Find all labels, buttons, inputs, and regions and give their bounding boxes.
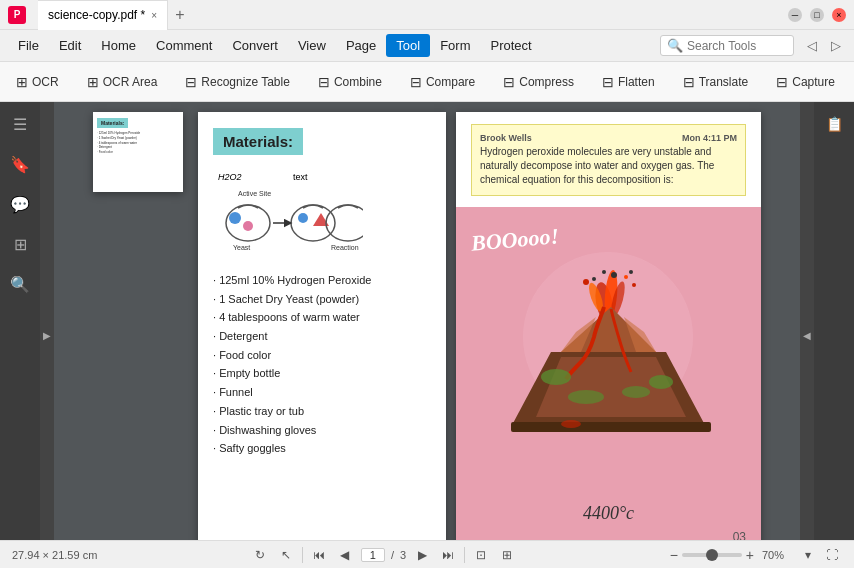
document-dimensions: 27.94 × 21.59 cm — [12, 549, 97, 561]
forward-button[interactable]: ▷ — [826, 36, 846, 56]
menu-comment[interactable]: Comment — [146, 34, 222, 57]
annotation-box[interactable]: Brook Wells Mon 4:11 PM Hydrogen peroxid… — [471, 124, 746, 196]
svg-point-33 — [622, 386, 650, 398]
zoom-out-button[interactable]: − — [670, 547, 678, 563]
tab-label: science-copy.pdf * — [48, 8, 145, 22]
menu-edit[interactable]: Edit — [49, 34, 91, 57]
document-tab[interactable]: science-copy.pdf * × — [38, 0, 168, 30]
annotation-author-name: Brook Wells — [480, 133, 532, 143]
ocr-area-button[interactable]: ⊞ OCR Area — [79, 70, 166, 94]
svg-point-4 — [229, 212, 241, 224]
page-number-input[interactable] — [361, 548, 385, 562]
zoom-in-button[interactable]: + — [746, 547, 754, 563]
capture-icon: ⊟ — [776, 74, 788, 90]
list-item: Detergent — [213, 327, 431, 346]
sidebar-comment-icon[interactable]: 💬 — [6, 190, 34, 218]
left-collapse-handle[interactable]: ▶ — [40, 102, 54, 568]
title-bar: P science-copy.pdf * × + ─ □ × — [0, 0, 854, 30]
page-separator: / — [391, 549, 394, 561]
fit-width-button[interactable]: ⊞ — [497, 545, 517, 565]
menu-tool[interactable]: Tool — [386, 34, 430, 57]
compare-button[interactable]: ⊟ Compare — [402, 70, 483, 94]
sidebar-pages-icon[interactable]: ⊞ — [6, 230, 34, 258]
next-page-button[interactable]: ▶ — [412, 545, 432, 565]
fullscreen-button[interactable]: ⛶ — [822, 545, 842, 565]
list-item: Funnel — [213, 383, 431, 402]
flatten-button[interactable]: ⊟ Flatten — [594, 70, 663, 94]
svg-text:H2O2: H2O2 — [218, 172, 242, 182]
list-item: 125ml 10% Hydrogen Peroxide — [213, 271, 431, 290]
materials-header: Materials: — [213, 128, 303, 155]
menu-protect[interactable]: Protect — [480, 34, 541, 57]
menu-file[interactable]: File — [8, 34, 49, 57]
translate-icon: ⊟ — [683, 74, 695, 90]
menu-home[interactable]: Home — [91, 34, 146, 57]
back-button[interactable]: ◁ — [802, 36, 822, 56]
menu-bar: File Edit Home Comment Convert View Page… — [0, 30, 854, 62]
svg-point-30 — [541, 369, 571, 385]
first-page-button[interactable]: ⏮ — [309, 545, 329, 565]
zoom-thumb — [706, 549, 718, 561]
zoom-controls: − + 70% ▾ ⛶ — [670, 545, 842, 565]
zoom-slider[interactable] — [682, 553, 742, 557]
toolbar: ⊞ OCR ⊞ OCR Area ⊟ Recognize Table ⊟ Com… — [0, 62, 854, 102]
svg-text:Active Site: Active Site — [238, 190, 271, 197]
translate-button[interactable]: ⊟ Translate — [675, 70, 757, 94]
list-item: Empty bottle — [213, 364, 431, 383]
rotate-tool-button[interactable]: ↻ — [250, 545, 270, 565]
annotation-time: Mon 4:11 PM — [682, 133, 737, 143]
svg-point-7 — [298, 213, 308, 223]
combine-button[interactable]: ⊟ Combine — [310, 70, 390, 94]
recognize-table-button[interactable]: ⊟ Recognize Table — [177, 70, 298, 94]
prev-page-button[interactable]: ◀ — [335, 545, 355, 565]
menu-page[interactable]: Page — [336, 34, 386, 57]
capture-button[interactable]: ⊟ Capture — [768, 70, 843, 94]
svg-point-32 — [568, 390, 604, 404]
temperature-text: 4400°c — [583, 503, 634, 524]
tab-area: science-copy.pdf * × + — [38, 0, 192, 30]
sidebar-bookmark-icon[interactable]: 🔖 — [6, 150, 34, 178]
menu-convert[interactable]: Convert — [222, 34, 288, 57]
tab-close-button[interactable]: × — [151, 10, 157, 21]
title-bar-left: P science-copy.pdf * × + — [8, 0, 192, 30]
annotation-header: Brook Wells Mon 4:11 PM — [480, 133, 737, 143]
close-button[interactable]: × — [832, 8, 846, 22]
ocr-button[interactable]: ⊞ OCR — [8, 70, 67, 94]
svg-point-35 — [561, 420, 581, 428]
annotation-text: Hydrogen peroxide molecules are very uns… — [480, 145, 737, 187]
yeast-diagram: H2O2 text Active Site — [213, 168, 363, 263]
fit-page-button[interactable]: ⊡ — [471, 545, 491, 565]
zoom-dropdown-button[interactable]: ▾ — [798, 545, 818, 565]
list-item: Plastic tray or tub — [213, 402, 431, 421]
svg-point-21 — [611, 272, 617, 278]
cursor-tool-button[interactable]: ↖ — [276, 545, 296, 565]
right-sidebar: 📋 — [814, 102, 854, 568]
sidebar-menu-icon[interactable]: ☰ — [6, 110, 34, 138]
compress-icon: ⊟ — [503, 74, 515, 90]
right-collapse-handle[interactable]: ◀ — [800, 102, 814, 568]
list-item: 1 Sachet Dry Yeast (powder) — [213, 290, 431, 309]
svg-point-10 — [326, 205, 363, 241]
menu-form[interactable]: Form — [430, 34, 480, 57]
volcano-area: BOOooo! — [456, 207, 761, 552]
right-sidebar-icon[interactable]: 📋 — [820, 110, 848, 138]
pdf-page-left: Materials: H2O2 text Active Site — [198, 112, 446, 552]
maximize-button[interactable]: □ — [810, 8, 824, 22]
svg-point-20 — [602, 270, 606, 274]
last-page-button[interactable]: ⏭ — [438, 545, 458, 565]
new-tab-button[interactable]: + — [168, 3, 192, 27]
sidebar-search-icon[interactable]: 🔍 — [6, 270, 34, 298]
svg-point-5 — [243, 221, 253, 231]
left-sidebar: ☰ 🔖 💬 ⊞ 🔍 — [0, 102, 40, 568]
compress-button[interactable]: ⊟ Compress — [495, 70, 582, 94]
svg-text:text: text — [293, 172, 308, 182]
minimize-button[interactable]: ─ — [788, 8, 802, 22]
svg-text:Yeast: Yeast — [233, 244, 250, 251]
navigation-controls: ↻ ↖ ⏮ ◀ / 3 ▶ ⏭ ⊡ ⊞ — [105, 545, 661, 565]
menu-view[interactable]: View — [288, 34, 336, 57]
svg-point-23 — [632, 283, 636, 287]
pdf-thumbnail[interactable]: Materials: · 125ml 10% Hydrogen Peroxide… — [93, 112, 183, 192]
svg-rect-34 — [511, 422, 711, 432]
main-area: ☰ 🔖 💬 ⊞ 🔍 ▶ Materials: · 125ml 10% Hydro… — [0, 102, 854, 568]
search-tools-input[interactable] — [687, 39, 787, 53]
